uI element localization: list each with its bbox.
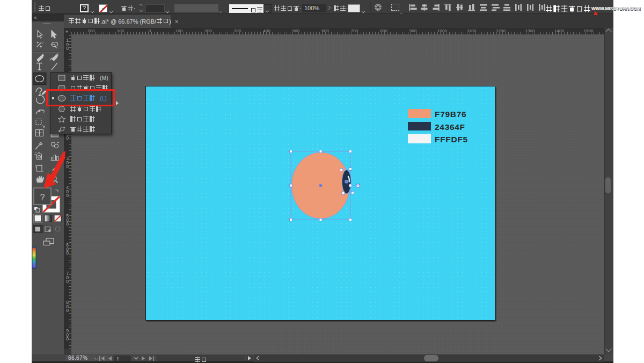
svg-text:?: ? <box>40 193 45 202</box>
svg-text:1: 1 <box>116 356 119 361</box>
